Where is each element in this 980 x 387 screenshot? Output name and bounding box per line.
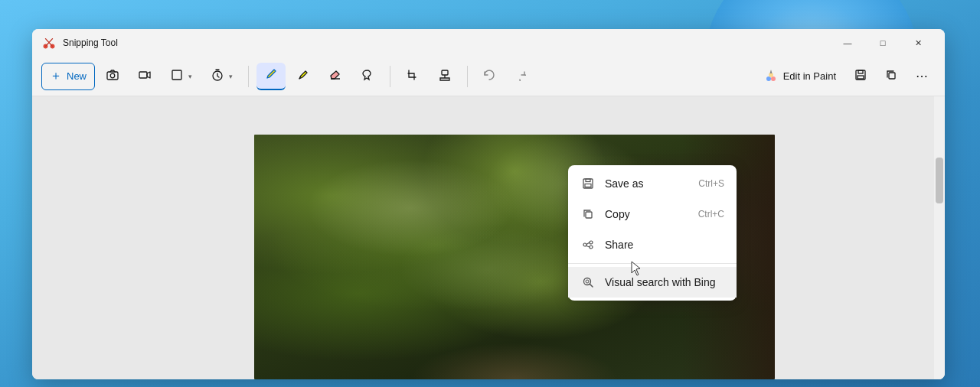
highlighter-button[interactable] [289,63,318,90]
svg-rect-10 [442,70,448,75]
more-options-button[interactable]: ⋯ [908,63,936,90]
canvas-area: Save as Ctrl+S Copy Ctrl+C [32,96,945,379]
crop-icon [406,68,420,84]
svg-line-23 [586,242,590,245]
save-button[interactable] [847,63,874,90]
close-button[interactable]: ✕ [900,31,936,55]
crop-button[interactable] [398,63,427,90]
save-as-icon [580,176,596,191]
select-button[interactable] [353,63,382,90]
shape-chevron: ▾ [188,73,192,80]
maximize-button[interactable]: □ [865,31,900,55]
svg-rect-22 [586,212,592,218]
toolbar-right: Edit in Paint [756,63,936,90]
undo-button[interactable] [475,63,503,90]
save-icon [854,69,867,84]
new-button[interactable]: ＋ New [41,63,95,90]
shape-button[interactable]: ▾ [162,63,200,90]
clock-icon [211,68,224,84]
edit-in-paint-button[interactable]: Edit in Paint [756,63,844,90]
svg-rect-18 [889,73,895,79]
svg-rect-4 [107,72,118,80]
scrollbar-thumb[interactable] [936,158,943,203]
stamp-icon [438,68,452,84]
video-button[interactable] [130,63,159,90]
svg-point-5 [110,73,115,78]
window-controls: — □ ✕ [830,31,936,55]
camera-icon [106,68,119,84]
window-title: Snipping Tool [63,37,830,48]
context-menu-visual-search[interactable]: Visual search with Bing [568,267,737,298]
shape-icon [170,68,184,84]
svg-rect-7 [172,70,181,80]
toolbar: ＋ New [32,57,945,96]
copy-shortcut: Ctrl+C [698,209,724,220]
copy-icon [580,207,596,222]
more-icon: ⋯ [916,69,928,83]
svg-rect-6 [139,72,147,78]
separator-3 [467,66,468,87]
save-as-label: Save as [605,177,689,190]
svg-point-12 [766,76,771,81]
pen-tool-button[interactable] [256,63,286,90]
paint-icon [763,67,779,85]
svg-point-13 [771,76,776,81]
svg-rect-16 [858,70,863,73]
redo-button[interactable] [506,63,534,90]
highlighter-icon [296,68,310,84]
share-label: Share [605,239,724,251]
svg-rect-20 [586,179,590,182]
pen-icon [264,67,278,83]
svg-rect-21 [585,184,591,187]
context-menu-divider [568,263,737,264]
svg-line-24 [586,246,590,248]
video-icon [138,68,152,84]
separator-2 [390,66,390,87]
redo-icon [514,69,526,84]
duplicate-button[interactable] [877,63,905,90]
minimize-button[interactable]: — [830,31,865,55]
svg-point-27 [586,280,589,283]
context-menu: Save as Ctrl+S Copy Ctrl+C [568,165,737,301]
eraser-icon [328,68,342,84]
plus-icon: ＋ [50,68,62,84]
lasso-icon [361,68,374,84]
copy-tool-button[interactable] [430,63,459,90]
svg-rect-17 [858,76,864,79]
context-menu-share[interactable]: Share [568,229,737,260]
new-label: New [67,70,87,82]
copy-label: Copy [605,208,689,220]
visual-search-icon [580,275,596,290]
titlebar: Snipping Tool — □ ✕ [32,29,945,57]
context-menu-save-as[interactable]: Save as Ctrl+S [568,168,737,199]
separator-1 [248,66,249,87]
timer-chevron: ▾ [229,73,233,80]
app-icon [41,35,57,50]
undo-icon [483,69,495,84]
save-as-shortcut: Ctrl+S [698,178,724,189]
visual-search-label: Visual search with Bing [605,276,724,288]
duplicate-icon [885,69,897,84]
vertical-scrollbar[interactable] [934,96,945,379]
snipping-tool-window: Snipping Tool — □ ✕ ＋ New [32,29,945,379]
screenshot-button[interactable] [98,63,127,90]
context-menu-copy[interactable]: Copy Ctrl+C [568,199,737,229]
eraser-button[interactable] [321,63,350,90]
svg-line-26 [590,285,593,288]
timer-button[interactable]: ▾ [203,63,240,90]
share-icon [580,237,596,252]
edit-in-paint-label: Edit in Paint [783,70,836,82]
